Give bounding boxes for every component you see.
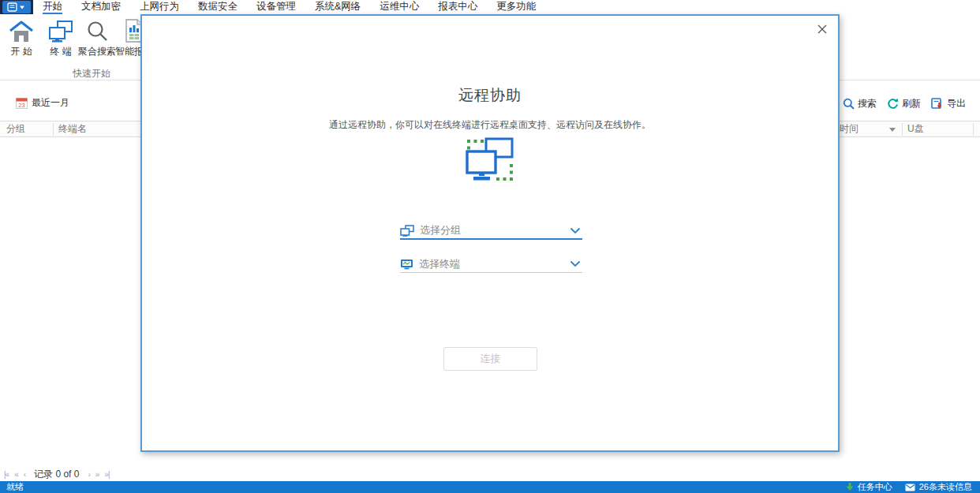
export-button[interactable]: 导出	[931, 97, 966, 110]
column-header-usb[interactable]: U盘	[907, 121, 924, 136]
first-record-button[interactable]: |«	[4, 470, 9, 479]
tab-doc-encryption[interactable]: 文档加密	[81, 0, 121, 14]
column-header-group[interactable]: 分组	[6, 121, 25, 136]
ribbon-item-aggregate-search[interactable]: 聚合搜索	[77, 17, 117, 54]
search-label: 搜索	[858, 97, 877, 110]
next-record-button[interactable]: ›	[88, 470, 89, 479]
ribbon-group-label: 快速开始	[47, 67, 136, 80]
date-range-label: 最近一月	[32, 96, 69, 110]
terminal-select-placeholder: 选择终端	[419, 257, 460, 271]
ribbon-item-label: 终 端	[43, 45, 79, 58]
tab-ops-center[interactable]: 运维中心	[380, 0, 419, 14]
app-menu-button[interactable]	[2, 1, 31, 13]
search-icon	[843, 98, 855, 110]
mail-icon	[905, 484, 915, 491]
group-select-icon	[400, 225, 414, 237]
prev-record-button[interactable]: ‹	[24, 470, 25, 479]
unread-messages-label: 26条未读信息	[919, 481, 972, 493]
remote-desktop-illustration	[142, 136, 838, 184]
tab-internet-behavior[interactable]: 上网行为	[140, 0, 179, 14]
column-divider[interactable]	[902, 123, 903, 136]
column-header-time[interactable]: 时间	[840, 121, 858, 136]
chevron-down-icon	[570, 227, 581, 234]
app-menu-icon	[7, 2, 26, 12]
ribbon-item-terminal[interactable]: 终 端	[43, 17, 79, 54]
home-icon	[3, 17, 39, 43]
unread-messages-button[interactable]: 26条未读信息	[905, 481, 972, 493]
terminal-select-dropdown[interactable]: 选择终端	[400, 256, 582, 273]
group-select-placeholder: 选择分组	[420, 223, 461, 237]
app-menu-block	[0, 0, 33, 14]
refresh-label: 刷新	[902, 97, 921, 110]
search-button[interactable]: 搜索	[843, 97, 877, 110]
close-button[interactable]	[814, 21, 831, 38]
status-bar-right: 任务中心 26条未读信息	[846, 481, 972, 493]
task-center-button[interactable]: 任务中心	[846, 481, 892, 493]
dialog-description: 通过远程协助，你可以对在线终端进行远程桌面支持、远程访问及在线协作。	[142, 118, 838, 132]
calendar-icon: 23	[16, 97, 28, 109]
terminals-icon	[43, 17, 79, 43]
tab-system-network[interactable]: 系统&网络	[315, 0, 361, 14]
app-window: 开始 文档加密 上网行为 数据安全 设备管理 系统&网络 运维中心 报表中心 更…	[0, 0, 980, 493]
export-icon	[931, 98, 944, 110]
refresh-icon	[887, 98, 899, 110]
tab-data-security[interactable]: 数据安全	[198, 0, 238, 14]
status-ready-label: 就绪	[6, 481, 24, 493]
close-icon	[817, 24, 827, 34]
chevron-down-icon	[570, 260, 581, 267]
last-record-button[interactable]: »|	[104, 470, 109, 479]
dialog-title: 远程协助	[142, 85, 838, 106]
download-arrow-icon	[846, 483, 854, 491]
record-count-label: 记录 0 of 0	[34, 468, 79, 481]
menu-tabs: 开始 文档加密 上网行为 数据安全 设备管理 系统&网络 运维中心 报表中心 更…	[33, 0, 545, 14]
task-center-label: 任务中心	[858, 481, 892, 493]
date-range-filter[interactable]: 23 最近一月	[16, 96, 69, 110]
column-divider[interactable]	[973, 123, 974, 136]
column-divider[interactable]	[53, 123, 54, 136]
filter-caret-icon[interactable]	[889, 128, 896, 132]
search-icon	[77, 17, 117, 43]
tab-report-center[interactable]: 报表中心	[438, 0, 477, 14]
prev-page-button[interactable]: «	[14, 470, 18, 479]
ribbon-item-label: 开 始	[3, 45, 39, 58]
connect-button[interactable]: 连接	[443, 347, 537, 371]
status-bar: 就绪 任务中心 26条未读信息	[0, 481, 980, 493]
terminal-select-icon	[400, 259, 413, 270]
tab-more-features[interactable]: 更多功能	[496, 0, 536, 14]
menubar: 开始 文档加密 上网行为 数据安全 设备管理 系统&网络 运维中心 报表中心 更…	[0, 0, 980, 14]
column-header-terminal-name[interactable]: 终端名	[58, 121, 87, 136]
tab-device-management[interactable]: 设备管理	[256, 0, 296, 14]
next-page-button[interactable]: »	[95, 470, 99, 479]
group-select-dropdown[interactable]: 选择分组	[400, 222, 582, 240]
refresh-button[interactable]: 刷新	[887, 97, 921, 110]
svg-text:23: 23	[18, 102, 24, 109]
ribbon-item-label: 聚合搜索	[77, 45, 117, 58]
ribbon-item-start[interactable]: 开 始	[3, 17, 39, 54]
tab-home[interactable]: 开始	[43, 0, 62, 14]
record-navigator: |« « ‹ 记录 0 of 0 › » »|	[4, 467, 110, 481]
export-label: 导出	[947, 97, 966, 110]
remote-assistance-dialog: 远程协助 通过远程协助，你可以对在线终端进行远程桌面支持、远程访问及在线协作。	[140, 14, 840, 452]
